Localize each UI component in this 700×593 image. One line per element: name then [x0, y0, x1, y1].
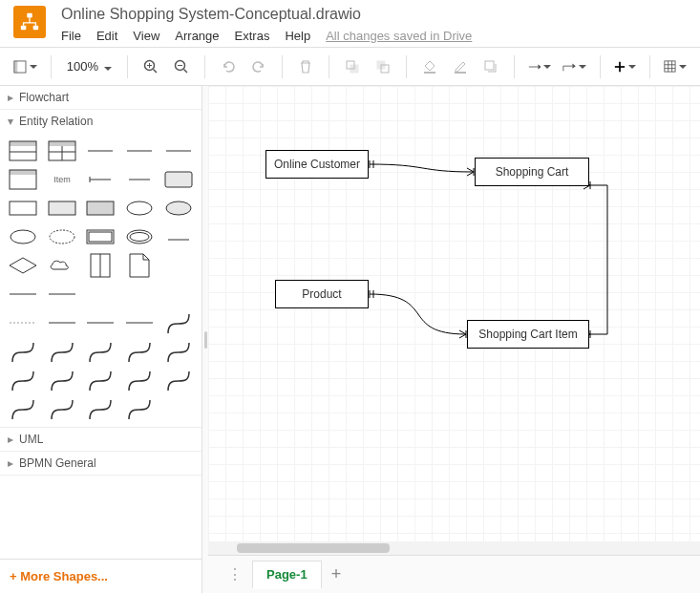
svg-line-10 — [183, 69, 187, 73]
svg-rect-4 — [14, 60, 17, 72]
panel-entity-relation[interactable]: ▾Entity Relation — [0, 110, 202, 133]
horizontal-scrollbar[interactable] — [208, 541, 700, 555]
shape-curve4[interactable] — [83, 339, 118, 364]
shapes-palette: Item — [0, 133, 202, 427]
connection-icon[interactable] — [524, 53, 556, 80]
shape-rect1[interactable] — [6, 196, 41, 221]
shape-ellipse1[interactable] — [122, 196, 158, 221]
shape-line1[interactable] — [83, 167, 118, 192]
shape-curve15[interactable] — [122, 396, 158, 421]
shape-curve12[interactable] — [6, 396, 41, 421]
node-shopping-cart-item[interactable]: Shopping Cart Item — [467, 320, 589, 349]
shape-underline[interactable] — [160, 224, 196, 249]
node-product[interactable]: Product — [275, 280, 369, 308]
menu-help[interactable]: Help — [285, 29, 310, 43]
shape-curve9[interactable] — [83, 368, 118, 392]
shape-double-ellipse[interactable] — [122, 224, 158, 249]
fill-color-icon[interactable] — [416, 53, 443, 80]
diagram-canvas[interactable]: Online Customer Shopping Cart Product Sh… — [208, 86, 700, 555]
zoom-value: 100% — [67, 59, 98, 74]
shape-hr2[interactable] — [45, 282, 80, 307]
shape-double-rect[interactable] — [83, 224, 118, 249]
svg-rect-31 — [49, 141, 75, 146]
shape-row2[interactable] — [122, 138, 158, 163]
table-icon[interactable] — [660, 53, 690, 80]
document-title[interactable]: Online Shopping System-Conceptual.drawio — [61, 6, 472, 23]
shape-list[interactable] — [6, 167, 41, 192]
panel-uml[interactable]: ▸UML — [0, 428, 202, 451]
pages-menu-icon[interactable]: ⋮ — [218, 565, 252, 583]
shape-ellipse3[interactable] — [6, 224, 41, 249]
shape-slim2[interactable] — [83, 310, 118, 335]
shape-item[interactable]: Item — [45, 167, 80, 192]
shape-curve10[interactable] — [122, 368, 158, 392]
shape-curve5[interactable] — [122, 339, 158, 364]
zoom-level[interactable]: 100% — [61, 59, 117, 74]
shape-ellipse4[interactable] — [45, 224, 80, 249]
shape-curve7[interactable] — [6, 368, 41, 392]
shape-curve2[interactable] — [6, 339, 41, 364]
svg-rect-44 — [49, 201, 75, 215]
add-page-button[interactable]: + — [322, 564, 351, 584]
zoom-in-icon[interactable] — [138, 53, 164, 80]
svg-line-6 — [153, 69, 157, 73]
menu-file[interactable]: File — [61, 29, 81, 43]
shape-table2[interactable] — [45, 138, 80, 163]
menu-view[interactable]: View — [133, 29, 159, 43]
shape-row3[interactable] — [160, 138, 196, 163]
shape-curve1[interactable] — [160, 310, 196, 335]
panel-bpmn[interactable]: ▸BPMN General — [0, 452, 202, 475]
undo-icon[interactable] — [215, 53, 242, 80]
shape-row[interactable] — [83, 138, 118, 163]
shape-entity[interactable] — [160, 167, 196, 192]
shape-slim1[interactable] — [45, 310, 80, 335]
svg-rect-42 — [165, 172, 192, 187]
panel-flowchart-label: Flowchart — [19, 91, 69, 104]
shape-rect2[interactable] — [45, 196, 80, 221]
waypoints-icon[interactable] — [559, 53, 590, 80]
shape-dash[interactable] — [6, 310, 41, 335]
menu-edit[interactable]: Edit — [96, 29, 117, 43]
delete-icon[interactable] — [292, 53, 319, 80]
menu-extras[interactable]: Extras — [235, 29, 270, 43]
app-logo[interactable] — [13, 6, 46, 38]
panel-flowchart[interactable]: ▸Flowchart — [0, 86, 202, 109]
to-back-icon[interactable] — [370, 53, 396, 80]
tab-page-1[interactable]: Page-1 — [252, 561, 322, 589]
svg-rect-17 — [455, 72, 466, 74]
zoom-out-icon[interactable] — [168, 53, 195, 80]
shape-curve13[interactable] — [45, 396, 80, 421]
panel-uml-label: UML — [19, 433, 43, 446]
shape-curve8[interactable] — [45, 368, 80, 392]
shadow-icon[interactable] — [477, 53, 504, 80]
shape-table[interactable] — [6, 138, 41, 163]
shape-cloud[interactable] — [45, 253, 80, 278]
svg-rect-38 — [10, 170, 36, 175]
shape-rect3[interactable] — [83, 196, 118, 221]
to-front-icon[interactable] — [339, 53, 366, 80]
shape-note[interactable] — [83, 253, 118, 278]
svg-rect-15 — [377, 61, 385, 69]
menu-arrange[interactable]: Arrange — [175, 29, 219, 43]
more-shapes-button[interactable]: + More Shapes... — [0, 559, 202, 593]
svg-point-47 — [166, 201, 191, 215]
insert-icon[interactable] — [610, 53, 640, 80]
shape-curve14[interactable] — [83, 396, 118, 421]
save-status[interactable]: All changes saved in Drive — [326, 29, 472, 43]
redo-icon[interactable] — [245, 53, 272, 80]
view-dropdown[interactable] — [10, 53, 41, 80]
shape-diamond[interactable] — [6, 253, 41, 278]
shape-doc[interactable] — [122, 253, 158, 278]
svg-rect-22 — [665, 61, 675, 72]
svg-rect-2 — [33, 26, 38, 31]
shape-curve6[interactable] — [160, 339, 196, 364]
shape-line2[interactable] — [122, 167, 158, 192]
shape-slim3[interactable] — [122, 310, 158, 335]
shape-ellipse2[interactable] — [160, 196, 196, 221]
node-shopping-cart[interactable]: Shopping Cart — [475, 158, 589, 186]
shape-hr[interactable] — [6, 282, 41, 307]
shape-curve3[interactable] — [45, 339, 80, 364]
shape-curve11[interactable] — [160, 368, 196, 392]
line-color-icon[interactable] — [447, 53, 474, 80]
node-online-customer[interactable]: Online Customer — [265, 150, 369, 179]
